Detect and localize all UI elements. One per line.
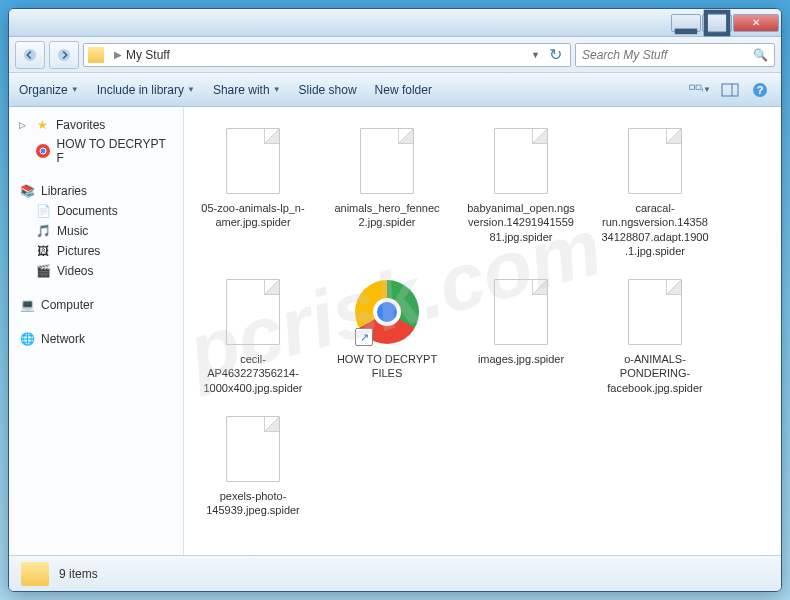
file-item[interactable]: 05-zoo-animals-lp_n-amer.jpg.spider bbox=[198, 125, 308, 258]
slideshow-button[interactable]: Slide show bbox=[299, 83, 357, 97]
libraries-label: Libraries bbox=[41, 184, 87, 198]
back-button[interactable] bbox=[15, 41, 45, 69]
file-name-label: HOW TO DECRYPT FILES bbox=[332, 352, 442, 381]
statusbar: 9 items bbox=[9, 555, 781, 591]
search-input[interactable] bbox=[582, 48, 753, 62]
sidebar-item-label: Music bbox=[57, 224, 88, 238]
file-pane[interactable]: 05-zoo-animals-lp_n-amer.jpg.spideranima… bbox=[184, 107, 781, 555]
chrome-icon bbox=[35, 143, 51, 159]
sidebar-item-label: Documents bbox=[57, 204, 118, 218]
chevron-down-icon: ▼ bbox=[273, 85, 281, 94]
blank-file-icon bbox=[351, 125, 423, 197]
videos-icon: 🎬 bbox=[35, 263, 51, 279]
blank-file-icon bbox=[619, 125, 691, 197]
chevron-down-icon: ▼ bbox=[187, 85, 195, 94]
status-count: 9 items bbox=[59, 567, 98, 581]
libraries-icon: 📚 bbox=[19, 183, 35, 199]
forward-button[interactable] bbox=[49, 41, 79, 69]
file-name-label: o-ANIMALS-PONDERING-facebook.jpg.spider bbox=[600, 352, 710, 395]
chevron-down-icon: ▼ bbox=[71, 85, 79, 94]
address-bar[interactable]: ▶ My Stuff ▼ ↻ bbox=[83, 43, 571, 67]
organize-menu[interactable]: Organize▼ bbox=[19, 83, 79, 97]
chevron-down-icon: ▼ bbox=[703, 85, 711, 94]
libraries-header[interactable]: 📚Libraries bbox=[9, 181, 183, 201]
svg-point-11 bbox=[40, 148, 46, 154]
computer-label: Computer bbox=[41, 298, 94, 312]
network-group: 🌐Network bbox=[9, 329, 183, 349]
organize-label: Organize bbox=[19, 83, 68, 97]
favorites-header[interactable]: ▷★Favorites bbox=[9, 115, 183, 135]
sidebar-item-videos[interactable]: 🎬Videos bbox=[9, 261, 183, 281]
blank-file-icon bbox=[217, 276, 289, 348]
file-name-label: babyanimal_open.ngsversion.1429194155981… bbox=[466, 201, 576, 244]
network-label: Network bbox=[41, 332, 85, 346]
maximize-button[interactable] bbox=[702, 14, 732, 32]
chevron-right-icon: ▶ bbox=[114, 49, 122, 60]
svg-rect-0 bbox=[675, 28, 697, 34]
sidebar-item-music[interactable]: 🎵Music bbox=[9, 221, 183, 241]
svg-rect-5 bbox=[696, 85, 701, 89]
close-button[interactable]: ✕ bbox=[733, 14, 779, 32]
help-button[interactable]: ? bbox=[749, 80, 771, 100]
sidebar-item-pictures[interactable]: 🖼Pictures bbox=[9, 241, 183, 261]
view-options-button[interactable]: ▼ bbox=[689, 80, 711, 100]
file-name-label: cecil-AP463227356214-1000x400.jpg.spider bbox=[198, 352, 308, 395]
navbar: ▶ My Stuff ▼ ↻ 🔍 bbox=[9, 37, 781, 73]
expand-icon: ▷ bbox=[19, 120, 26, 130]
file-item[interactable]: o-ANIMALS-PONDERING-facebook.jpg.spider bbox=[600, 276, 710, 395]
computer-icon: 💻 bbox=[19, 297, 35, 313]
svg-rect-6 bbox=[722, 84, 738, 96]
minimize-button[interactable] bbox=[671, 14, 701, 32]
file-grid: 05-zoo-animals-lp_n-amer.jpg.spideranima… bbox=[198, 125, 767, 518]
file-name-label: 05-zoo-animals-lp_n-amer.jpg.spider bbox=[198, 201, 308, 230]
file-name-label: pexels-photo-145939.jpeg.spider bbox=[198, 489, 308, 518]
file-item[interactable]: babyanimal_open.ngsversion.1429194155981… bbox=[466, 125, 576, 258]
include-library-menu[interactable]: Include in library▼ bbox=[97, 83, 195, 97]
favorites-label: Favorites bbox=[56, 118, 105, 132]
libraries-group: 📚Libraries 📄Documents 🎵Music 🖼Pictures 🎬… bbox=[9, 181, 183, 281]
sidebar-item-label: Pictures bbox=[57, 244, 100, 258]
sidebar-item-decrypt[interactable]: HOW TO DECRYPT F bbox=[9, 135, 183, 167]
share-menu[interactable]: Share with▼ bbox=[213, 83, 281, 97]
file-item[interactable]: images.jpg.spider bbox=[466, 276, 576, 395]
file-item[interactable]: ↗HOW TO DECRYPT FILES bbox=[332, 276, 442, 395]
documents-icon: 📄 bbox=[35, 203, 51, 219]
blank-file-icon bbox=[485, 276, 557, 348]
search-icon: 🔍 bbox=[753, 48, 768, 62]
folder-icon bbox=[21, 562, 49, 586]
preview-pane-button[interactable] bbox=[719, 80, 741, 100]
svg-point-2 bbox=[24, 48, 36, 60]
file-item[interactable]: cecil-AP463227356214-1000x400.jpg.spider bbox=[198, 276, 308, 395]
chrome-shortcut-icon: ↗ bbox=[351, 276, 423, 348]
share-label: Share with bbox=[213, 83, 270, 97]
file-name-label: images.jpg.spider bbox=[478, 352, 564, 366]
shortcut-arrow-icon: ↗ bbox=[355, 328, 373, 346]
file-item[interactable]: animals_hero_fennec2.jpg.spider bbox=[332, 125, 442, 258]
star-icon: ★ bbox=[34, 117, 50, 133]
svg-rect-1 bbox=[706, 11, 728, 33]
search-box[interactable]: 🔍 bbox=[575, 43, 775, 67]
sidebar-item-label: Videos bbox=[57, 264, 93, 278]
slideshow-label: Slide show bbox=[299, 83, 357, 97]
address-dropdown-icon[interactable]: ▼ bbox=[527, 50, 544, 60]
refresh-button[interactable]: ↻ bbox=[544, 44, 566, 66]
blank-file-icon bbox=[217, 413, 289, 485]
file-item[interactable]: pexels-photo-145939.jpeg.spider bbox=[198, 413, 308, 518]
newfolder-label: New folder bbox=[375, 83, 432, 97]
new-folder-button[interactable]: New folder bbox=[375, 83, 432, 97]
file-item[interactable]: caracal-run.ngsversion.1435834128807.ada… bbox=[600, 125, 710, 258]
blank-file-icon bbox=[619, 276, 691, 348]
svg-text:?: ? bbox=[757, 84, 764, 96]
titlebar: ✕ bbox=[9, 9, 781, 37]
explorer-window: ✕ ▶ My Stuff ▼ ↻ 🔍 Organize▼ Include in … bbox=[8, 8, 782, 592]
computer-group: 💻Computer bbox=[9, 295, 183, 315]
content-area: ▷★Favorites HOW TO DECRYPT F 📚Libraries … bbox=[9, 107, 781, 555]
sidebar-item-documents[interactable]: 📄Documents bbox=[9, 201, 183, 221]
music-icon: 🎵 bbox=[35, 223, 51, 239]
pictures-icon: 🖼 bbox=[35, 243, 51, 259]
network-header[interactable]: 🌐Network bbox=[9, 329, 183, 349]
file-name-label: animals_hero_fennec2.jpg.spider bbox=[332, 201, 442, 230]
svg-point-3 bbox=[58, 48, 70, 60]
computer-header[interactable]: 💻Computer bbox=[9, 295, 183, 315]
sidebar-item-label: HOW TO DECRYPT F bbox=[57, 137, 173, 165]
